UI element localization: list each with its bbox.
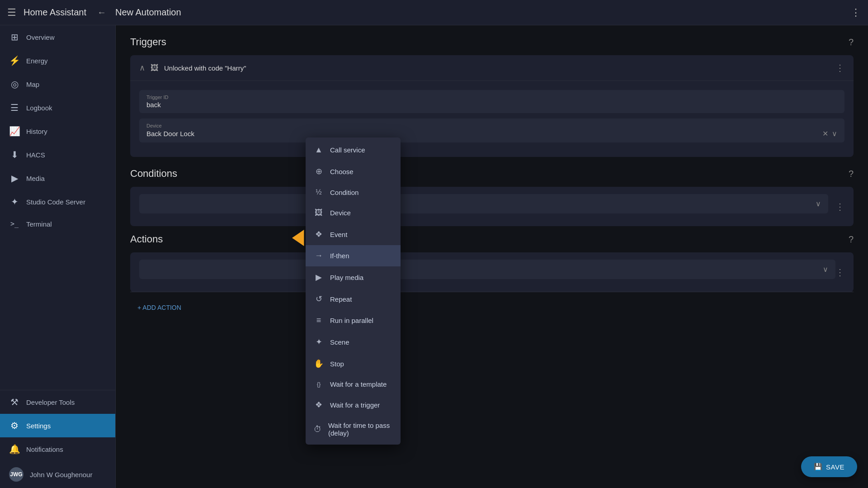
sidebar-item-energy[interactable]: ⚡ Energy [0, 49, 115, 72]
action-item-run-in-parallel[interactable]: ≡ Run in parallel [306, 310, 401, 331]
play-media-icon: ▶ [314, 272, 324, 282]
media-icon: ▶ [9, 173, 20, 184]
trigger-more-icon[interactable]: ⋮ [835, 62, 844, 73]
action-item-wait-for-template[interactable]: {} Wait for a template [306, 374, 401, 394]
trigger-id-field[interactable]: Trigger ID back [139, 90, 844, 113]
sidebar-item-label: Settings [26, 422, 51, 430]
hacs-icon: ⬇ [9, 149, 20, 160]
topbar-more-icon[interactable]: ⋮ [851, 7, 861, 19]
conditions-select-arrow: ∨ [816, 199, 821, 208]
trigger-card-body: Trigger ID back Device Back Door Lock ✕ … [130, 81, 854, 157]
add-action-button[interactable]: + ADD ACTION [130, 299, 189, 316]
sidebar-item-label: Energy [26, 57, 48, 65]
triggers-help-icon[interactable]: ? [849, 37, 854, 47]
logbook-icon: ☰ [9, 102, 20, 113]
actions-select-arrow: ∨ [823, 265, 828, 274]
terminal-icon: >_ [9, 220, 20, 228]
action-item-play-media[interactable]: ▶ Play media [306, 266, 401, 288]
action-item-call-service[interactable]: ▲ Call service [306, 139, 401, 161]
actions-more-icon[interactable]: ⋮ [835, 267, 844, 278]
if-then-icon: → [314, 251, 324, 261]
action-item-repeat[interactable]: ↺ Repeat [306, 288, 401, 310]
action-item-device[interactable]: 🖼 Device [306, 202, 401, 223]
actions-area-header: ∨ ⋮ [130, 252, 854, 292]
save-button[interactable]: 💾 SAVE [801, 456, 857, 477]
triggers-section-header: Triggers ? [130, 36, 854, 48]
sidebar-item-label: Media [26, 175, 45, 182]
sidebar-item-label: HACS [26, 151, 45, 159]
action-item-label: Stop [330, 360, 344, 368]
device-field[interactable]: Device Back Door Lock ✕ ∨ [139, 118, 844, 142]
conditions-title: Conditions [130, 168, 177, 180]
action-item-wait-for-trigger[interactable]: ❖ Wait for a trigger [306, 394, 401, 416]
sidebar-item-terminal[interactable]: >_ Terminal [0, 213, 115, 234]
overview-icon: ⊞ [9, 32, 20, 43]
sidebar-item-overview[interactable]: ⊞ Overview [0, 25, 115, 49]
action-item-event[interactable]: ❖ Event [306, 223, 401, 245]
call-service-icon: ▲ [314, 145, 324, 155]
energy-icon: ⚡ [9, 55, 20, 66]
conditions-row: ∨ ⋮ [130, 187, 854, 226]
notifications-icon: 🔔 [9, 444, 20, 455]
device-label: Device [146, 123, 837, 128]
history-icon: 📈 [9, 126, 20, 137]
conditions-select[interactable]: ∨ [139, 194, 828, 213]
conditions-more-icon[interactable]: ⋮ [835, 201, 844, 212]
action-item-condition[interactable]: ½ Condition [306, 182, 401, 202]
conditions-section-header: Conditions ? [130, 168, 854, 180]
sidebar-item-history[interactable]: 📈 History [0, 119, 115, 143]
trigger-card-title: Unlocked with code "Harry" [164, 64, 830, 72]
trigger-card: ∧ 🖼 Unlocked with code "Harry" ⋮ Trigger… [130, 55, 854, 157]
topbar: ☰ Home Assistant ← New Automation ⋮ [0, 0, 868, 25]
actions-help-icon[interactable]: ? [849, 234, 854, 245]
action-item-wait-time[interactable]: ⏱ Wait for time to pass (delay) [306, 416, 401, 443]
sidebar-item-media[interactable]: ▶ Media [0, 166, 115, 190]
conditions-help-icon[interactable]: ? [849, 169, 854, 179]
action-item-label: Play media [330, 274, 363, 281]
action-item-label: Wait for a template [330, 380, 387, 388]
trigger-collapse-icon[interactable]: ∧ [139, 63, 145, 73]
sidebar-item-label: Developer Tools [26, 398, 75, 406]
actions-select[interactable]: ∨ [139, 260, 835, 279]
studio-code-icon: ✦ [9, 196, 20, 207]
conditions-area: ∨ ⋮ [130, 187, 854, 226]
map-icon: ◎ [9, 79, 20, 90]
main-content: Triggers ? ∧ 🖼 Unlocked with code "Harry… [116, 25, 868, 327]
sidebar-item-map[interactable]: ◎ Map [0, 72, 115, 96]
action-dropdown-menu: ▲ Call service ⊕ Choose ½ Condition 🖼 De… [306, 137, 401, 445]
device-chevron-icon[interactable]: ∨ [832, 129, 837, 138]
action-item-scene[interactable]: ✦ Scene [306, 331, 401, 353]
trigger-id-value: back [146, 101, 837, 109]
app-title: Home Assistant [24, 7, 86, 18]
actions-title: Actions [130, 233, 163, 245]
settings-icon: ⚙ [9, 420, 20, 431]
device-clear-icon[interactable]: ✕ [822, 129, 828, 138]
action-item-stop[interactable]: ✋ Stop [306, 353, 401, 374]
trigger-card-header: ∧ 🖼 Unlocked with code "Harry" ⋮ [130, 55, 854, 81]
sidebar-item-notifications[interactable]: 🔔 Notifications [0, 437, 115, 461]
user-profile[interactable]: JWG John W Goughenour [0, 461, 115, 488]
menu-icon[interactable]: ☰ [7, 7, 16, 19]
wait-time-icon: ⏱ [314, 425, 322, 434]
action-item-label: Device [330, 209, 351, 217]
action-item-if-then[interactable]: → If-then [306, 245, 401, 266]
sidebar-item-settings[interactable]: ⚙ Settings [0, 414, 115, 437]
stop-icon: ✋ [314, 359, 324, 369]
repeat-icon: ↺ [314, 294, 324, 304]
avatar: JWG [9, 467, 24, 482]
action-item-label: Wait for a trigger [330, 401, 380, 409]
save-icon: 💾 [814, 463, 823, 471]
sidebar: ⊞ Overview ⚡ Energy ◎ Map ☰ Logbook 📈 Hi… [0, 25, 116, 488]
action-item-label: If-then [330, 252, 349, 260]
sidebar-item-studio-code-server[interactable]: ✦ Studio Code Server [0, 190, 115, 213]
back-button[interactable]: ← [97, 7, 106, 18]
developer-tools-icon: ⚒ [9, 397, 20, 407]
sidebar-item-developer-tools[interactable]: ⚒ Developer Tools [0, 390, 115, 414]
page-title: New Automation [115, 7, 181, 18]
scene-icon: ✦ [314, 337, 324, 347]
sidebar-item-logbook[interactable]: ☰ Logbook [0, 96, 115, 119]
sidebar-item-label: Logbook [26, 104, 52, 112]
action-item-label: Event [330, 231, 347, 238]
action-item-choose[interactable]: ⊕ Choose [306, 161, 401, 182]
sidebar-item-hacs[interactable]: ⬇ HACS [0, 143, 115, 166]
